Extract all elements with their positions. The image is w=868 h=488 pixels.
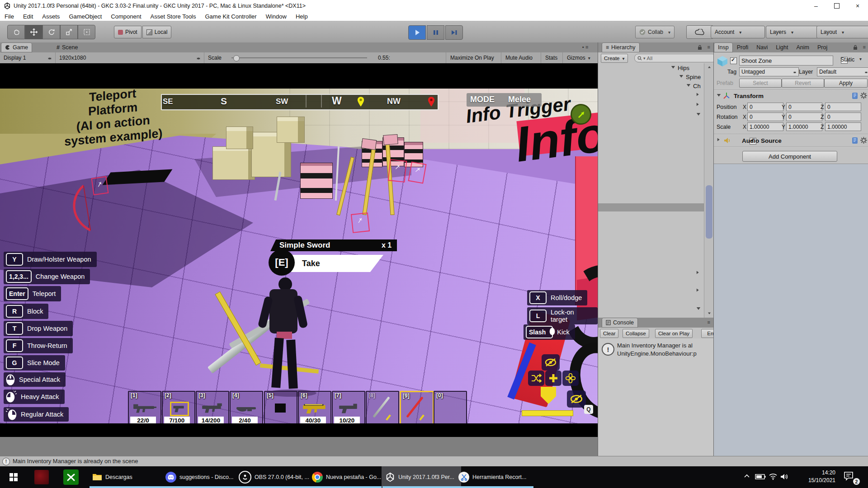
hotbar-slot-8[interactable]: [8] [366, 391, 399, 423]
create-button[interactable]: Create [601, 54, 628, 63]
play-button[interactable] [408, 25, 426, 40]
mute-audio-button[interactable]: Mute Audio [501, 52, 537, 63]
tree-item-spine[interactable]: Spine [679, 74, 701, 80]
maximize-on-play-button[interactable]: Maximize On Play [446, 52, 498, 63]
xbox-app-icon[interactable] [63, 469, 79, 485]
tree-expand-arrow[interactable] [696, 102, 701, 107]
local-toggle-button[interactable]: Local [142, 26, 172, 38]
tray-wifi-icon[interactable] [769, 473, 778, 480]
taskbar-item-snipping[interactable]: Herramienta Recort... [455, 466, 534, 488]
gizmos-dropdown[interactable]: Gizmos [562, 52, 594, 63]
status-bar[interactable]: ! Main Inventory Manager is already on t… [0, 456, 868, 467]
audio-foldout[interactable] [717, 138, 721, 141]
hierarchy-scrollbar[interactable] [704, 63, 714, 318]
position-y-field[interactable]: 0 [786, 103, 822, 111]
maximize-button[interactable] [826, 0, 847, 12]
scroll-up-arrow[interactable] [704, 63, 714, 70]
tab-profiler[interactable]: Profi [733, 42, 753, 52]
taskbar-item-discord[interactable]: suggestions - Disco... [162, 466, 241, 488]
tab-hierarchy[interactable]: ≡ Hierarchy [602, 42, 640, 52]
layout-dropdown[interactable]: Layout [816, 26, 868, 38]
clear-on-play-button[interactable]: Clear on Play [655, 329, 693, 338]
rotation-y-field[interactable]: 0 [786, 113, 822, 121]
panel-menu-icon[interactable]: ≡ [708, 319, 710, 325]
clear-button[interactable]: Clear [600, 329, 618, 338]
tree-expand-arrow[interactable] [696, 270, 701, 275]
rotate-tool-button[interactable] [42, 25, 60, 39]
hotbar-slot-0[interactable]: [0] [434, 391, 467, 423]
scale-tool-button[interactable] [60, 25, 78, 39]
position-z-field[interactable]: 0 [825, 103, 861, 111]
tray-clock[interactable]: 14:20 15/10/2021 [792, 469, 835, 485]
rotation-z-field[interactable]: 0 [825, 113, 861, 121]
tab-game[interactable]: Game [1, 42, 32, 52]
scroll-down-arrow[interactable] [704, 311, 714, 317]
prefab-revert-button[interactable]: Revert [782, 79, 824, 88]
collab-button[interactable]: Collab [635, 26, 675, 38]
book-icon[interactable] [851, 92, 859, 99]
hotbar-slot-2[interactable]: [2] 7/100 [162, 391, 195, 423]
static-dropdown-arrow[interactable]: ▾ [859, 56, 862, 61]
tree-item-ch[interactable]: Ch [686, 83, 701, 89]
tree-selected-row[interactable] [598, 203, 704, 211]
hierarchy-search-field[interactable]: ▾ All [634, 54, 717, 62]
menu-assets[interactable]: Assets [38, 13, 64, 20]
move-tool-button[interactable] [25, 25, 42, 39]
console-entry[interactable]: ! Main Inventory Manager is al UnityEngi… [598, 339, 714, 360]
menu-edit[interactable]: Edit [19, 13, 38, 20]
panel-menu-icon[interactable]: ≡ [863, 44, 866, 50]
tab-navigation[interactable]: Navi [752, 42, 772, 52]
tree-item-hips[interactable]: Hips [670, 65, 689, 71]
taskbar-item-unity-active[interactable]: Unity 2017.1.0f3 Per... [382, 466, 461, 488]
scale-z-field[interactable]: 1.00000 [825, 122, 861, 131]
taskbar-item-chrome[interactable]: Nueva pestaña - Go... [308, 466, 388, 488]
scale-x-field[interactable]: 1.00000 [747, 122, 783, 131]
hotbar-slot-3[interactable]: [3] 14/200 [196, 391, 229, 423]
tray-battery-icon[interactable] [755, 474, 766, 479]
collapse-button[interactable]: Collapse [623, 329, 649, 338]
tree-expand-arrow[interactable] [696, 92, 701, 97]
scrollbar-thumb[interactable] [706, 185, 712, 239]
rect-tool-button[interactable] [78, 25, 95, 39]
hotbar-slot-6[interactable]: [6] 40/30 [298, 391, 331, 423]
tab-console[interactable]: Console [602, 318, 638, 328]
menu-window[interactable]: Window [261, 13, 291, 20]
hotbar-slot-4[interactable]: [4] 2/40 [230, 391, 263, 423]
cloud-button[interactable] [686, 25, 713, 39]
tree-expand-arrow[interactable] [696, 288, 701, 292]
pivot-toggle-button[interactable]: Pivot [114, 26, 142, 38]
transform-foldout[interactable] [717, 94, 721, 99]
menu-asset-store-tools[interactable]: Asset Store Tools [146, 13, 201, 20]
layer-dropdown[interactable]: Default [817, 67, 868, 76]
tab-project[interactable]: Proj [813, 42, 831, 52]
add-component-button[interactable]: Add Component [742, 151, 837, 162]
panel-menu-icon[interactable]: ▪ ≡ [582, 44, 588, 50]
account-dropdown[interactable]: Account [711, 26, 765, 38]
close-button[interactable]: × [847, 0, 868, 12]
active-checkbox[interactable] [730, 57, 737, 64]
tray-chevron-icon[interactable] [744, 474, 750, 478]
gear-icon[interactable] [860, 137, 867, 144]
taskbar-item-obs[interactable]: OBS 27.0.0 (64-bit, ... [235, 466, 315, 488]
position-x-field[interactable]: 0 [747, 103, 783, 111]
scale-slider-thumb[interactable] [233, 55, 240, 61]
step-button[interactable] [445, 25, 463, 40]
lock-icon[interactable] [853, 45, 858, 51]
tree-expand-arrow[interactable] [696, 112, 701, 118]
tab-inspector[interactable]: Insp [714, 42, 733, 52]
display-dropdown[interactable]: Display 1 [0, 52, 56, 63]
menu-component[interactable]: Component [106, 13, 146, 20]
gear-icon[interactable] [860, 92, 867, 99]
hand-tool-button[interactable] [7, 25, 25, 39]
menu-gameobject[interactable]: GameObject [64, 13, 106, 20]
resolution-dropdown[interactable]: 868x488 [56, 52, 204, 63]
rotation-x-field[interactable]: 0 [747, 113, 783, 121]
tray-speaker-icon[interactable] [780, 474, 788, 480]
hotbar-slot-7[interactable]: [7] 10/20 [332, 391, 365, 423]
notification-center[interactable]: 2 [844, 471, 857, 483]
book-icon[interactable] [851, 137, 859, 144]
tab-lighting[interactable]: Light [772, 42, 792, 52]
tab-animation[interactable]: Anim [792, 42, 813, 52]
tag-dropdown[interactable]: Untagged [739, 67, 799, 76]
lock-icon[interactable] [698, 45, 702, 51]
